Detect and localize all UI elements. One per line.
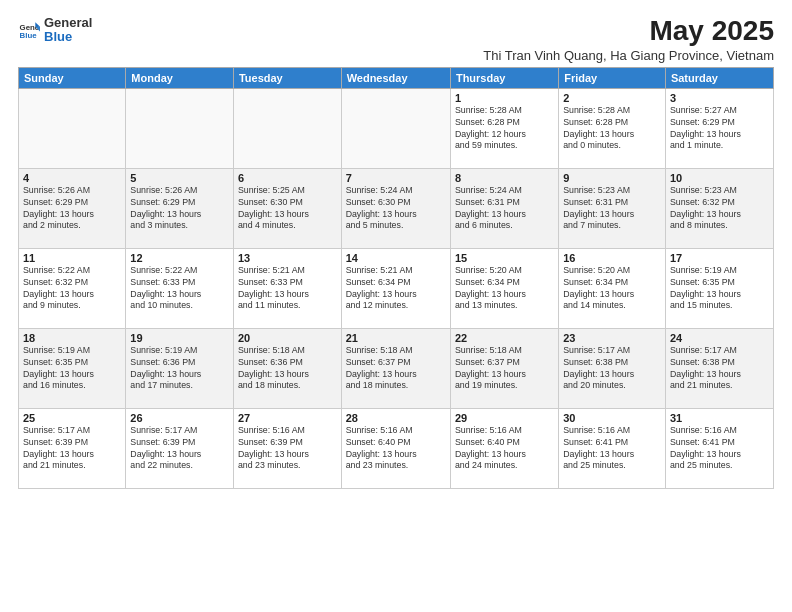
weekday-header-tuesday: Tuesday [233,67,341,88]
day-number: 27 [238,412,337,424]
day-info: Sunrise: 5:18 AM Sunset: 6:37 PM Dayligh… [455,345,554,393]
weekday-header-saturday: Saturday [665,67,773,88]
calendar-cell: 17Sunrise: 5:19 AM Sunset: 6:35 PM Dayli… [665,248,773,328]
calendar-cell: 29Sunrise: 5:16 AM Sunset: 6:40 PM Dayli… [450,408,558,488]
day-info: Sunrise: 5:24 AM Sunset: 6:30 PM Dayligh… [346,185,446,233]
title-section: May 2025 Thi Tran Vinh Quang, Ha Giang P… [483,16,774,63]
logo-icon: General Blue [18,19,40,41]
calendar-cell: 23Sunrise: 5:17 AM Sunset: 6:38 PM Dayli… [559,328,666,408]
day-number: 18 [23,332,121,344]
day-number: 17 [670,252,769,264]
day-number: 24 [670,332,769,344]
calendar-cell: 19Sunrise: 5:19 AM Sunset: 6:36 PM Dayli… [126,328,234,408]
calendar-cell: 25Sunrise: 5:17 AM Sunset: 6:39 PM Dayli… [19,408,126,488]
calendar-cell: 21Sunrise: 5:18 AM Sunset: 6:37 PM Dayli… [341,328,450,408]
weekday-header-thursday: Thursday [450,67,558,88]
calendar-cell: 6Sunrise: 5:25 AM Sunset: 6:30 PM Daylig… [233,168,341,248]
logo-general: General [44,16,92,30]
calendar-cell [233,88,341,168]
calendar-cell: 27Sunrise: 5:16 AM Sunset: 6:39 PM Dayli… [233,408,341,488]
calendar-cell: 5Sunrise: 5:26 AM Sunset: 6:29 PM Daylig… [126,168,234,248]
day-info: Sunrise: 5:17 AM Sunset: 6:39 PM Dayligh… [23,425,121,473]
day-number: 5 [130,172,229,184]
logo: General Blue General Blue [18,16,92,45]
calendar-week-row: 25Sunrise: 5:17 AM Sunset: 6:39 PM Dayli… [19,408,774,488]
weekday-header-wednesday: Wednesday [341,67,450,88]
day-info: Sunrise: 5:16 AM Sunset: 6:40 PM Dayligh… [346,425,446,473]
day-info: Sunrise: 5:18 AM Sunset: 6:37 PM Dayligh… [346,345,446,393]
calendar-cell: 3Sunrise: 5:27 AM Sunset: 6:29 PM Daylig… [665,88,773,168]
logo-blue: Blue [44,30,92,44]
day-info: Sunrise: 5:16 AM Sunset: 6:41 PM Dayligh… [563,425,661,473]
day-info: Sunrise: 5:17 AM Sunset: 6:38 PM Dayligh… [563,345,661,393]
day-info: Sunrise: 5:19 AM Sunset: 6:35 PM Dayligh… [23,345,121,393]
day-info: Sunrise: 5:28 AM Sunset: 6:28 PM Dayligh… [563,105,661,153]
calendar-table: SundayMondayTuesdayWednesdayThursdayFrid… [18,67,774,489]
month-title: May 2025 [483,16,774,47]
day-info: Sunrise: 5:16 AM Sunset: 6:41 PM Dayligh… [670,425,769,473]
day-number: 30 [563,412,661,424]
day-number: 8 [455,172,554,184]
calendar-cell [19,88,126,168]
day-number: 21 [346,332,446,344]
calendar-cell: 26Sunrise: 5:17 AM Sunset: 6:39 PM Dayli… [126,408,234,488]
day-number: 26 [130,412,229,424]
day-info: Sunrise: 5:22 AM Sunset: 6:32 PM Dayligh… [23,265,121,313]
day-info: Sunrise: 5:19 AM Sunset: 6:35 PM Dayligh… [670,265,769,313]
calendar-cell: 4Sunrise: 5:26 AM Sunset: 6:29 PM Daylig… [19,168,126,248]
calendar-page: General Blue General Blue May 2025 Thi T… [0,0,792,612]
day-info: Sunrise: 5:26 AM Sunset: 6:29 PM Dayligh… [130,185,229,233]
calendar-cell: 16Sunrise: 5:20 AM Sunset: 6:34 PM Dayli… [559,248,666,328]
calendar-cell: 7Sunrise: 5:24 AM Sunset: 6:30 PM Daylig… [341,168,450,248]
calendar-cell: 15Sunrise: 5:20 AM Sunset: 6:34 PM Dayli… [450,248,558,328]
calendar-cell: 18Sunrise: 5:19 AM Sunset: 6:35 PM Dayli… [19,328,126,408]
location-title: Thi Tran Vinh Quang, Ha Giang Province, … [483,48,774,63]
day-info: Sunrise: 5:22 AM Sunset: 6:33 PM Dayligh… [130,265,229,313]
day-info: Sunrise: 5:21 AM Sunset: 6:33 PM Dayligh… [238,265,337,313]
day-number: 10 [670,172,769,184]
day-number: 1 [455,92,554,104]
weekday-header-friday: Friday [559,67,666,88]
day-info: Sunrise: 5:20 AM Sunset: 6:34 PM Dayligh… [455,265,554,313]
day-info: Sunrise: 5:18 AM Sunset: 6:36 PM Dayligh… [238,345,337,393]
day-info: Sunrise: 5:26 AM Sunset: 6:29 PM Dayligh… [23,185,121,233]
calendar-cell [341,88,450,168]
day-number: 22 [455,332,554,344]
day-number: 14 [346,252,446,264]
svg-text:Blue: Blue [20,31,38,40]
day-number: 28 [346,412,446,424]
day-info: Sunrise: 5:27 AM Sunset: 6:29 PM Dayligh… [670,105,769,153]
day-info: Sunrise: 5:25 AM Sunset: 6:30 PM Dayligh… [238,185,337,233]
calendar-cell: 28Sunrise: 5:16 AM Sunset: 6:40 PM Dayli… [341,408,450,488]
day-info: Sunrise: 5:17 AM Sunset: 6:39 PM Dayligh… [130,425,229,473]
day-number: 7 [346,172,446,184]
day-number: 9 [563,172,661,184]
day-number: 2 [563,92,661,104]
weekday-header-sunday: Sunday [19,67,126,88]
day-info: Sunrise: 5:28 AM Sunset: 6:28 PM Dayligh… [455,105,554,153]
day-info: Sunrise: 5:19 AM Sunset: 6:36 PM Dayligh… [130,345,229,393]
calendar-cell: 10Sunrise: 5:23 AM Sunset: 6:32 PM Dayli… [665,168,773,248]
day-number: 25 [23,412,121,424]
calendar-cell: 30Sunrise: 5:16 AM Sunset: 6:41 PM Dayli… [559,408,666,488]
day-number: 12 [130,252,229,264]
calendar-cell: 24Sunrise: 5:17 AM Sunset: 6:38 PM Dayli… [665,328,773,408]
calendar-cell: 13Sunrise: 5:21 AM Sunset: 6:33 PM Dayli… [233,248,341,328]
day-number: 16 [563,252,661,264]
day-info: Sunrise: 5:24 AM Sunset: 6:31 PM Dayligh… [455,185,554,233]
day-number: 13 [238,252,337,264]
day-info: Sunrise: 5:16 AM Sunset: 6:39 PM Dayligh… [238,425,337,473]
calendar-week-row: 1Sunrise: 5:28 AM Sunset: 6:28 PM Daylig… [19,88,774,168]
day-number: 15 [455,252,554,264]
day-number: 4 [23,172,121,184]
day-number: 6 [238,172,337,184]
day-info: Sunrise: 5:23 AM Sunset: 6:31 PM Dayligh… [563,185,661,233]
calendar-cell: 2Sunrise: 5:28 AM Sunset: 6:28 PM Daylig… [559,88,666,168]
calendar-cell [126,88,234,168]
page-header: General Blue General Blue May 2025 Thi T… [18,16,774,63]
day-number: 19 [130,332,229,344]
day-number: 31 [670,412,769,424]
calendar-cell: 14Sunrise: 5:21 AM Sunset: 6:34 PM Dayli… [341,248,450,328]
calendar-cell: 9Sunrise: 5:23 AM Sunset: 6:31 PM Daylig… [559,168,666,248]
weekday-header-monday: Monday [126,67,234,88]
